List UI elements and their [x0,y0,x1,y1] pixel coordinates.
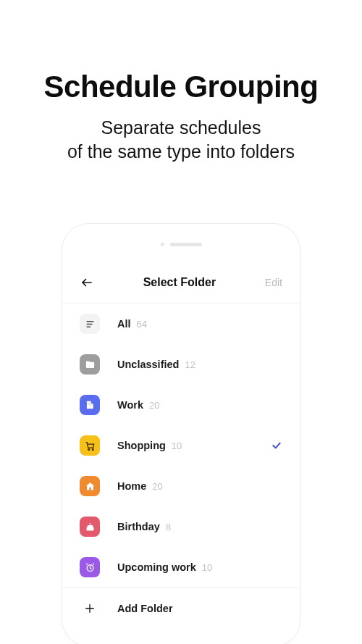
folder-icon [80,354,100,375]
plus-icon [80,603,100,614]
camera-dot [161,243,164,246]
check-icon [271,440,282,451]
phone-speaker [62,243,300,246]
edit-button[interactable]: Edit [265,277,282,288]
svg-rect-9 [89,404,90,405]
folder-count: 8 [166,522,171,532]
home-icon [80,476,100,496]
svg-rect-12 [86,527,93,530]
folder-list: All64Unclassified12Work20Shopping10Home2… [62,304,300,587]
svg-rect-5 [91,403,93,409]
building-icon [80,395,100,415]
folder-row-all[interactable]: All64 [62,304,300,344]
folder-label: Unclassified [117,359,179,370]
svg-rect-8 [88,404,88,405]
folder-label: All [117,318,131,330]
hero-subtitle: Separate schedules of the same type into… [0,116,362,163]
folder-count: 20 [149,400,159,411]
folder-count: 10 [172,440,182,451]
add-folder-row[interactable]: Add Folder [62,587,300,628]
folder-count: 10 [202,562,212,573]
folder-label: Upcoming work [117,561,196,573]
svg-rect-6 [88,403,88,403]
svg-rect-14 [89,522,90,524]
hero-subtitle-line1: Separate schedules [101,117,261,138]
nav-bar: Select Folder Edit [62,275,300,290]
svg-rect-4 [87,401,91,409]
svg-point-10 [88,448,89,450]
folder-label: Birthday [117,521,160,532]
folder-label: Shopping [117,440,166,451]
hero-subtitle-line2: of the same type into folders [67,141,295,162]
list-icon [80,314,100,334]
folder-count: 20 [152,481,162,492]
svg-rect-7 [89,403,90,403]
folder-label: Home [117,480,146,492]
nav-title: Select Folder [143,276,216,289]
clock-icon [80,557,100,577]
svg-rect-13 [87,525,93,527]
folder-row-home[interactable]: Home20 [62,466,300,506]
cart-icon [80,435,100,456]
back-arrow-icon [80,276,93,289]
folder-row-unclassified[interactable]: Unclassified12 [62,344,300,385]
phone-mockup: Select Folder Edit All64Unclassified12Wo… [62,223,300,644]
folder-row-upcoming[interactable]: Upcoming work10 [62,547,300,587]
back-button[interactable] [80,275,94,290]
folder-count: 12 [185,359,195,370]
add-folder-label: Add Folder [117,603,173,614]
folder-row-birthday[interactable]: Birthday8 [62,506,300,547]
folder-label: Work [117,399,143,411]
folder-row-shopping[interactable]: Shopping10 [62,425,300,466]
folder-count: 64 [137,319,147,330]
svg-point-11 [92,448,93,450]
cake-icon [80,517,100,537]
hero-title: Schedule Grouping [0,70,362,104]
speaker-slot [170,243,202,246]
folder-row-work[interactable]: Work20 [62,385,300,425]
